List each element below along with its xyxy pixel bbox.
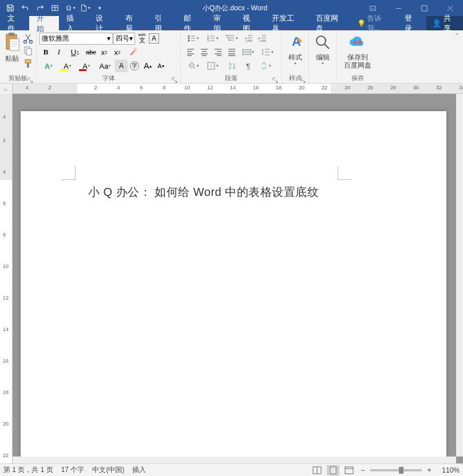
clear-format-button[interactable] — [124, 46, 143, 58]
dialog-launcher-icon[interactable] — [172, 75, 179, 82]
subscript-button[interactable]: x2 — [98, 46, 110, 58]
dialog-launcher-icon[interactable] — [272, 75, 279, 82]
window-title: 小Q办公.docx - Word — [110, 3, 360, 13]
tell-me[interactable]: 💡告诉我... — [353, 16, 397, 30]
highlight-button[interactable]: A▾ — [58, 60, 77, 72]
enclose-char-button[interactable]: 字 — [128, 60, 141, 72]
strikethrough-button[interactable]: abc — [85, 46, 97, 58]
char-shading-button[interactable]: A — [115, 60, 128, 72]
tab-baidu[interactable]: 百度网盘 — [308, 16, 353, 30]
sort-button[interactable]: AZ — [223, 60, 242, 72]
align-justify-button[interactable] — [225, 46, 238, 58]
bullets-button[interactable]: ▾ — [184, 32, 203, 45]
zoom-out-button[interactable]: − — [359, 466, 367, 474]
zoom-slider[interactable] — [370, 469, 422, 471]
tab-view[interactable]: 视图 — [235, 16, 264, 30]
status-page[interactable]: 第 1 页，共 1 页 — [3, 465, 53, 475]
tab-references[interactable]: 引用 — [147, 16, 176, 30]
dialog-launcher-icon[interactable] — [300, 75, 307, 82]
font-color-button[interactable]: A▾ — [77, 60, 96, 72]
align-right-button[interactable] — [211, 46, 224, 58]
increase-indent-button[interactable] — [256, 32, 269, 45]
borders-button[interactable]: ▾ — [203, 60, 222, 72]
collapse-ribbon-icon[interactable]: ⌃ — [454, 32, 460, 40]
status-language[interactable]: 中文(中国) — [92, 465, 124, 475]
share-icon: 👤 — [432, 19, 441, 27]
svg-rect-11 — [26, 49, 31, 55]
tab-review[interactable]: 审阅 — [206, 16, 235, 30]
svg-point-21 — [226, 35, 227, 36]
lightbulb-icon: 💡 — [357, 19, 366, 27]
page-canvas[interactable]: 小 Q 办公： 如何给 Word 中的表格设置底纹 — [13, 94, 456, 457]
format-painter-icon[interactable] — [23, 58, 33, 69]
zoom-level[interactable]: 110% — [437, 466, 460, 474]
svg-point-8 — [24, 41, 27, 44]
font-name-combo[interactable]: 微软雅黑▾ — [39, 33, 113, 45]
ruler-horizontal[interactable]: ∟ 42246810121416182022242628303234 — [0, 84, 463, 94]
svg-point-22 — [227, 37, 228, 38]
zoom-thumb[interactable] — [399, 467, 403, 474]
multilevel-list-button[interactable]: ▾ — [223, 32, 242, 45]
paste-button[interactable]: 粘贴 — [3, 32, 21, 73]
svg-text:Ω: Ω — [66, 5, 71, 11]
tab-developer[interactable]: 开发工具 — [264, 16, 308, 30]
line-spacing-button[interactable]: ▾ — [258, 46, 277, 58]
show-marks-button[interactable]: ¶ — [242, 60, 255, 72]
align-left-button[interactable] — [184, 46, 197, 58]
cut-icon[interactable] — [23, 33, 33, 44]
ruler-vertical[interactable]: 2468101214161820224 — [0, 94, 13, 463]
web-layout-icon[interactable] — [343, 465, 355, 475]
char-border-button[interactable]: A — [149, 33, 159, 44]
find-icon — [314, 33, 332, 52]
underline-button[interactable]: U▾ — [66, 46, 84, 58]
svg-point-23 — [228, 40, 229, 41]
tab-file[interactable]: 文件 — [0, 16, 29, 30]
tab-insert[interactable]: 插入 — [59, 16, 88, 30]
document-text[interactable]: 小 Q 办公： 如何给 Word 中的表格设置底纹 — [88, 184, 319, 200]
scrollbar-horizontal[interactable] — [13, 457, 456, 463]
ribbon-tabs: 文件 开始 插入 设计 布局 引用 邮件 审阅 视图 开发工具 百度网盘 💡告诉… — [0, 16, 463, 30]
align-center-button[interactable] — [197, 46, 211, 58]
shading-button[interactable]: ▾ — [184, 60, 203, 72]
copy-icon[interactable] — [23, 46, 33, 56]
change-case-button[interactable]: Aa▾ — [96, 60, 114, 72]
status-words[interactable]: 17 个字 — [61, 465, 85, 475]
editing-button[interactable]: 编辑 ▾ — [309, 32, 337, 73]
dialog-launcher-icon[interactable] — [27, 75, 34, 82]
shrink-font-button[interactable]: A▾ — [155, 60, 167, 72]
styles-button[interactable]: A 样式 ▾ — [282, 32, 309, 73]
superscript-button[interactable]: x2 — [111, 46, 124, 58]
print-layout-icon[interactable] — [327, 465, 339, 475]
svg-text:¶: ¶ — [246, 62, 250, 70]
zoom-in-button[interactable]: + — [425, 466, 433, 474]
font-size-combo[interactable]: 四号▾ — [113, 33, 135, 45]
phonetic-guide-button[interactable]: wén文 — [136, 32, 148, 45]
status-bar: 第 1 页，共 1 页 17 个字 中文(中国) 插入 − + 110% — [0, 463, 463, 476]
scrollbar-vertical[interactable] — [456, 94, 463, 457]
distribute-button[interactable]: ▾ — [239, 46, 258, 58]
read-mode-icon[interactable] — [311, 465, 323, 475]
login-button[interactable]: 登录 — [397, 16, 426, 30]
styles-icon: A — [286, 33, 304, 52]
svg-point-30 — [354, 41, 357, 44]
tab-mailings[interactable]: 邮件 — [176, 16, 205, 30]
svg-rect-12 — [25, 60, 31, 63]
svg-rect-7 — [10, 39, 19, 50]
save-baidu-button[interactable]: 保存到 百度网盘 — [339, 32, 376, 73]
status-mode[interactable]: 插入 — [132, 465, 146, 475]
tab-layout[interactable]: 布局 — [118, 16, 147, 30]
svg-rect-6 — [9, 33, 14, 36]
share-button[interactable]: 👤共享 — [426, 16, 463, 30]
group-label: 字体 — [37, 74, 180, 82]
text-effects-button[interactable]: A▾ — [39, 60, 58, 72]
tab-home[interactable]: 开始 — [29, 16, 58, 30]
decrease-indent-button[interactable] — [242, 32, 255, 45]
bold-button[interactable]: B — [39, 46, 52, 58]
numbering-button[interactable]: 123▾ — [203, 32, 222, 45]
tab-design[interactable]: 设计 — [88, 16, 117, 30]
group-label: 保存 — [337, 74, 379, 82]
group-label: 段落 — [181, 74, 281, 82]
italic-button[interactable]: I — [53, 46, 65, 58]
grow-font-button[interactable]: A▴ — [141, 60, 154, 72]
asian-layout-button[interactable]: ▾ — [256, 60, 275, 72]
